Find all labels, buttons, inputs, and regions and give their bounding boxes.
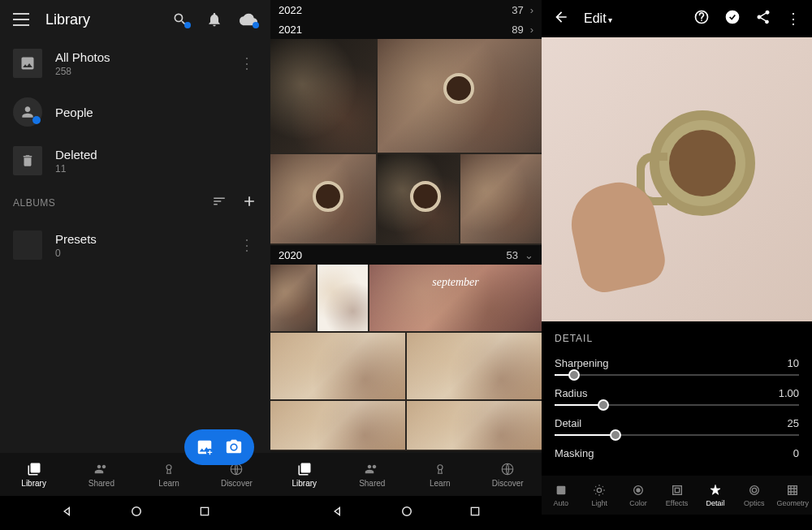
albums-title: ALBUMS — [13, 197, 55, 209]
photo-thumb[interactable] — [270, 154, 376, 243]
camera-icon — [225, 438, 243, 456]
september-overlay: september — [432, 276, 479, 289]
photo-thumb[interactable] — [378, 39, 542, 153]
nav-shared[interactable]: Shared — [67, 453, 135, 496]
photo-grid-2021 — [270, 39, 542, 245]
photo-thumb[interactable] — [407, 401, 542, 450]
back-icon[interactable] — [553, 9, 569, 28]
edit-title[interactable]: Edit — [584, 11, 612, 26]
album-label: Presets — [55, 232, 223, 246]
library-item-people[interactable]: People — [0, 88, 270, 136]
svg-rect-15 — [672, 486, 681, 495]
photos-icon — [13, 49, 42, 78]
nav-discover[interactable]: Discover — [474, 453, 542, 496]
svg-point-3 — [132, 507, 140, 516]
svg-point-1 — [166, 464, 171, 469]
photo-thumb[interactable]: september — [369, 265, 542, 331]
nav-library[interactable]: Library — [0, 453, 67, 496]
home-button[interactable] — [129, 504, 144, 522]
photo-thumb[interactable] — [378, 154, 459, 243]
accept-icon[interactable] — [724, 9, 741, 28]
slider-radius[interactable]: Radius1.00 — [555, 387, 799, 406]
page-title: Library — [45, 11, 90, 28]
help-icon[interactable] — [693, 9, 710, 28]
photo-thumb[interactable] — [270, 265, 316, 331]
bottom-nav: Library Shared Learn Discover — [270, 452, 542, 496]
back-button[interactable] — [330, 504, 345, 522]
photo-thumb[interactable] — [270, 401, 405, 450]
year-label: 2020 — [279, 249, 302, 261]
slider-sharpening[interactable]: Sharpening10 — [555, 357, 799, 376]
item-count: 258 — [55, 66, 223, 77]
more-icon[interactable]: ⋮ — [236, 236, 257, 254]
panel-title: DETAIL — [555, 333, 799, 344]
album-thumb — [13, 231, 42, 260]
menu-icon[interactable] — [13, 13, 29, 26]
library-item-deleted[interactable]: Deleted 11 — [0, 136, 270, 185]
nav-library[interactable]: Library — [270, 453, 339, 496]
svg-point-18 — [752, 488, 756, 492]
item-label: Deleted — [55, 148, 257, 162]
tool-detail[interactable]: Detail — [696, 476, 735, 515]
svg-rect-19 — [788, 486, 797, 495]
edit-tools-nav: Auto Light Color Effects Detail Optics G… — [542, 476, 812, 515]
notifications-icon[interactable] — [205, 11, 223, 28]
home-button[interactable] — [400, 504, 414, 522]
tool-optics[interactable]: Optics — [735, 476, 774, 515]
import-fab[interactable] — [184, 429, 254, 465]
svg-rect-8 — [472, 507, 479, 515]
library-item-all-photos[interactable]: All Photos 258 ⋮ — [0, 39, 270, 88]
photo-grid-2020: september — [270, 265, 542, 451]
more-icon[interactable]: ⋮ — [236, 54, 257, 72]
svg-point-5 — [438, 464, 443, 469]
chevron-down-icon: ⌄ — [525, 249, 533, 261]
year-row-2022[interactable]: 2022 37 › — [270, 0, 542, 19]
add-album-icon[interactable] — [241, 193, 257, 213]
svg-rect-16 — [675, 488, 679, 492]
year-label: 2022 — [279, 4, 302, 16]
photo-thumb[interactable] — [270, 333, 405, 399]
recents-button[interactable] — [198, 505, 211, 521]
svg-point-7 — [403, 507, 412, 516]
photo-thumb[interactable] — [270, 39, 376, 153]
tool-color[interactable]: Color — [619, 476, 658, 515]
edit-photo-preview[interactable] — [542, 37, 812, 321]
share-icon[interactable] — [755, 9, 771, 28]
svg-point-10 — [726, 11, 740, 24]
tool-effects[interactable]: Effects — [658, 476, 697, 515]
year-count: 53 — [507, 249, 518, 261]
edit-header: Edit ⋮ — [542, 0, 812, 37]
tool-light[interactable]: Light — [581, 476, 620, 515]
albums-header: ALBUMS — [0, 185, 270, 221]
photo-thumb[interactable] — [317, 265, 368, 331]
chevron-right-icon: › — [530, 4, 533, 16]
recents-button[interactable] — [469, 505, 482, 521]
people-icon — [13, 97, 42, 127]
nav-learn[interactable]: Learn — [406, 453, 474, 496]
svg-point-17 — [749, 486, 758, 495]
back-button[interactable] — [60, 504, 75, 522]
svg-rect-11 — [556, 486, 565, 495]
nav-shared[interactable]: Shared — [339, 453, 407, 496]
photo-thumb[interactable] — [460, 154, 542, 243]
photo-thumb[interactable] — [407, 333, 542, 399]
cloud-sync-icon[interactable] — [240, 11, 257, 28]
svg-point-12 — [598, 488, 602, 492]
slider-detail[interactable]: Detail25 — [555, 417, 799, 436]
svg-point-14 — [637, 489, 640, 492]
search-icon[interactable] — [171, 11, 189, 28]
more-icon[interactable]: ⋮ — [786, 10, 801, 28]
photo-cup — [650, 110, 755, 216]
chevron-right-icon: › — [530, 24, 533, 36]
trash-icon — [13, 146, 42, 175]
year-count: 37 — [512, 4, 523, 16]
item-label: All Photos — [55, 50, 223, 64]
sort-icon[interactable] — [212, 194, 227, 212]
tool-geometry[interactable]: Geometry — [773, 476, 812, 515]
slider-masking[interactable]: Masking0 — [555, 447, 799, 459]
year-row-2020[interactable]: 2020 53 ⌄ — [270, 245, 542, 265]
year-label: 2021 — [279, 24, 302, 36]
year-row-2021[interactable]: 2021 89 › — [270, 19, 542, 39]
album-item-presets[interactable]: Presets 0 ⋮ — [0, 221, 270, 269]
tool-auto[interactable]: Auto — [542, 476, 581, 515]
